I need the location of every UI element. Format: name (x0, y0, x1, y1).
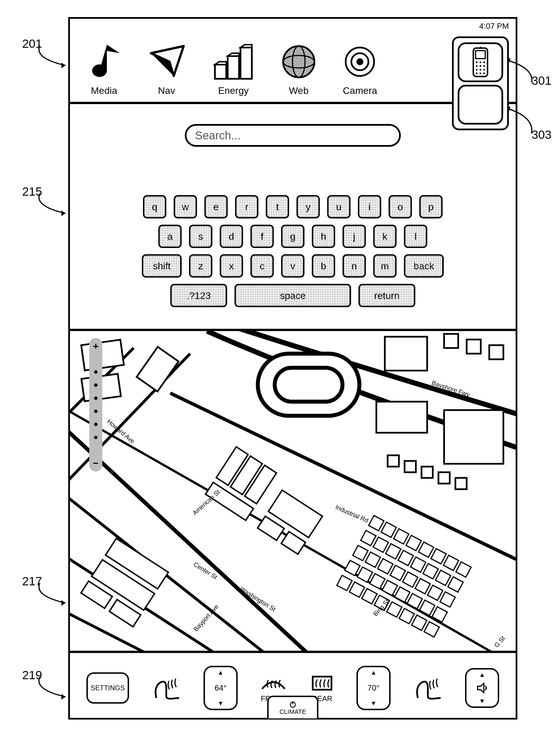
key-r[interactable]: r (235, 195, 258, 219)
climate-tab[interactable]: CLIMATE (267, 696, 318, 718)
chevron-up-icon[interactable]: ▲ (371, 669, 377, 676)
key-h[interactable]: h (312, 225, 335, 248)
key-z[interactable]: z (189, 254, 212, 278)
app-nav-label: Nav (158, 85, 175, 96)
key-b[interactable]: b (312, 254, 335, 278)
key-m[interactable]: m (373, 254, 396, 278)
dock-slot-phone[interactable] (458, 42, 503, 82)
key-k[interactable]: k (373, 225, 396, 248)
status-time: 4:07 PM (479, 22, 509, 31)
svg-rect-43 (385, 337, 427, 371)
key-s[interactable]: s (189, 225, 212, 248)
svg-rect-56 (137, 347, 178, 392)
svg-rect-72 (418, 542, 434, 557)
key-back[interactable]: back (404, 254, 444, 278)
key-a[interactable]: a (158, 225, 182, 248)
settings-button[interactable]: SETTINGS (86, 672, 129, 704)
key-return[interactable]: return (358, 284, 415, 307)
svg-marker-0 (61, 63, 65, 68)
svg-point-23 (483, 61, 485, 63)
app-nav[interactable]: Nav (147, 42, 186, 96)
key-p[interactable]: p (419, 195, 443, 219)
svg-point-24 (476, 65, 477, 67)
svg-point-26 (483, 65, 485, 67)
key-x[interactable]: x (220, 254, 243, 278)
app-media-label: Media (91, 85, 117, 96)
key-d[interactable]: d (220, 225, 243, 248)
zoom-minus-icon[interactable]: − (93, 458, 99, 469)
seat-heater-left-icon[interactable] (151, 672, 182, 704)
svg-rect-45 (467, 340, 481, 354)
key-o[interactable]: o (389, 195, 412, 219)
map-panel[interactable]: + − (70, 331, 515, 653)
key-q[interactable]: q (143, 195, 166, 219)
svg-line-40 (70, 353, 190, 500)
app-camera[interactable]: Camera (343, 42, 377, 96)
key-y[interactable]: y (296, 195, 320, 219)
map-zoom-slider[interactable]: + − (89, 338, 102, 471)
key-u[interactable]: u (327, 195, 351, 219)
key-v[interactable]: v (281, 254, 304, 278)
chevron-down-icon[interactable]: ▼ (371, 700, 377, 707)
key-t[interactable]: t (266, 195, 289, 219)
svg-rect-87 (390, 565, 405, 581)
key-e[interactable]: e (204, 195, 228, 219)
svg-rect-82 (436, 570, 451, 585)
svg-rect-86 (378, 558, 393, 574)
svg-point-22 (479, 61, 481, 63)
climate-label: CLIMATE (279, 708, 306, 716)
chevron-down-icon[interactable]: ▼ (217, 700, 224, 707)
svg-rect-8 (240, 48, 252, 79)
search-input[interactable]: Search... (185, 124, 401, 147)
camera-lens-icon (343, 42, 377, 82)
seat-heater-right-icon[interactable] (412, 672, 443, 704)
svg-rect-100 (337, 575, 352, 591)
svg-rect-6 (215, 64, 226, 79)
volume-stepper[interactable]: ▲ ▼ (465, 668, 499, 708)
bar-chart-icon (212, 42, 255, 82)
temp-right-stepper[interactable]: ▲ 70° ▼ (356, 666, 390, 710)
callout-219-arrow (34, 674, 71, 700)
app-web[interactable]: Web (280, 42, 317, 96)
svg-rect-71 (406, 535, 421, 551)
svg-marker-9 (215, 62, 226, 64)
key-i[interactable]: i (358, 195, 381, 219)
defrost-rear-icon (309, 673, 335, 693)
svg-rect-19 (476, 51, 485, 59)
chevron-up-icon[interactable]: ▲ (217, 669, 224, 676)
svg-rect-83 (448, 577, 463, 592)
svg-rect-70 (393, 529, 409, 544)
svg-point-28 (479, 69, 481, 70)
key-l[interactable]: l (404, 225, 427, 248)
svg-rect-74 (443, 555, 459, 571)
temp-left-stepper[interactable]: ▲ 64° ▼ (204, 666, 238, 710)
search-placeholder: Search... (195, 129, 240, 142)
svg-rect-73 (431, 549, 446, 564)
svg-rect-68 (369, 515, 384, 531)
chevron-up-icon[interactable]: ▲ (479, 671, 485, 679)
key-f[interactable]: f (250, 225, 274, 248)
key-n[interactable]: n (343, 254, 366, 278)
key-c[interactable]: c (250, 254, 274, 278)
key-w[interactable]: w (174, 195, 197, 219)
temp-right-value: 70° (367, 683, 380, 692)
svg-point-27 (476, 69, 477, 70)
chevron-down-icon[interactable]: ▼ (479, 697, 485, 705)
key-g[interactable]: g (281, 225, 304, 248)
svg-point-31 (479, 73, 481, 74)
app-media[interactable]: Media (87, 42, 121, 96)
svg-point-25 (479, 65, 481, 67)
key-space[interactable]: space (235, 284, 351, 307)
svg-rect-107 (424, 622, 440, 637)
key-shift[interactable]: shift (142, 254, 182, 278)
app-camera-label: Camera (343, 85, 377, 96)
dock-slot-empty[interactable] (458, 85, 503, 124)
app-energy[interactable]: Energy (212, 42, 255, 96)
zoom-plus-icon[interactable]: + (93, 341, 99, 352)
defrost-front-icon (259, 673, 288, 693)
key-j[interactable]: j (343, 225, 366, 248)
svg-marker-10 (228, 53, 239, 56)
key-symbols[interactable]: .?123 (170, 284, 227, 307)
svg-rect-81 (423, 564, 438, 579)
callout-215-arrow (34, 191, 71, 216)
